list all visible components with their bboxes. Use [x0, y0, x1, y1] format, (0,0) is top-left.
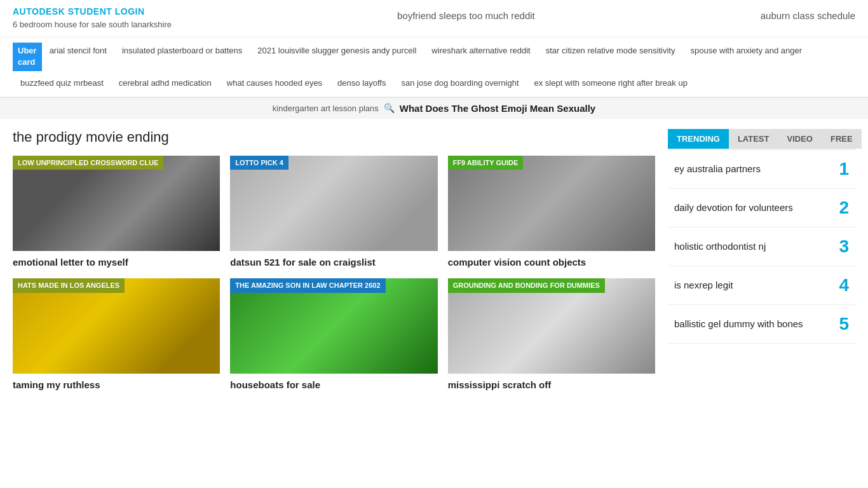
article-card[interactable]: LOW UNPRINCIPLED CROSSWORD CLUEemotional… — [13, 156, 220, 269]
nav-item[interactable]: insulated plasterboard or battens — [114, 43, 250, 71]
trending-item-number: 5 — [830, 314, 849, 334]
article-title: houseboats for sale — [230, 379, 437, 391]
nav-label-line1: Uber — [18, 45, 37, 57]
trending-item-number: 2 — [830, 198, 849, 218]
nav-links: Uber card arial stencil fontinsulated pl… — [0, 37, 868, 97]
article-image: LOTTO PICK 4 — [230, 156, 437, 251]
trending-item-number: 3 — [830, 236, 849, 257]
nav-item-ubercard[interactable]: Uber card — [13, 43, 42, 71]
trending-item[interactable]: ballistic gel dummy with bones5 — [668, 305, 855, 344]
tab-latest[interactable]: LATEST — [729, 129, 778, 149]
article-title: mississippi scratch off — [448, 379, 655, 391]
article-tag: LOW UNPRINCIPLED CROSSWORD CLUE — [13, 156, 163, 170]
nav-item[interactable]: spouse with anxiety and anger — [682, 43, 810, 71]
search-bar: kindergarten art lesson plans 🔍 What Doe… — [0, 97, 868, 119]
trending-list: ey australia partners1daily devotion for… — [668, 149, 855, 344]
trending-item-number: 1 — [830, 159, 849, 179]
main: the prodigy movie ending LOW UNPRINCIPLE… — [0, 119, 868, 402]
trending-item-text: daily devotion for volunteers — [674, 201, 824, 214]
page-title: the prodigy movie ending — [13, 129, 655, 146]
trending-item-text: ballistic gel dummy with bones — [674, 318, 824, 330]
header-center: boyfriend sleeps too much reddit — [172, 6, 761, 21]
tab-video[interactable]: VIDEO — [778, 129, 821, 149]
content-area: the prodigy movie ending LOW UNPRINCIPLE… — [13, 129, 655, 391]
search-left-text: kindergarten art lesson plans — [273, 104, 379, 113]
trending-item-number: 4 — [830, 275, 849, 295]
article-grid: LOW UNPRINCIPLED CROSSWORD CLUEemotional… — [13, 156, 655, 391]
search-icon[interactable]: 🔍 — [384, 103, 395, 113]
article-card[interactable]: LOTTO PICK 4datsun 521 for sale on craig… — [230, 156, 437, 269]
article-tag: FF9 ABILITY GUIDE — [448, 156, 524, 170]
site-title[interactable]: AUTODESK STUDENT LOGIN — [13, 6, 172, 17]
nav-item[interactable]: star citizen relative mode sensitivity — [538, 43, 683, 71]
nav-item[interactable]: cerebral adhd medication — [111, 75, 219, 92]
tab-trending[interactable]: TRENDING — [668, 129, 729, 149]
trending-item[interactable]: daily devotion for volunteers2 — [668, 189, 855, 227]
article-image: LOW UNPRINCIPLED CROSSWORD CLUE — [13, 156, 220, 251]
header-right: auburn class schedule — [761, 6, 855, 21]
nav-item[interactable]: what causes hooded eyes — [219, 75, 330, 92]
nav-item[interactable]: wireshark alternative reddit — [424, 43, 538, 71]
sidebar-tabs: TRENDINGLATESTVIDEOFREE — [668, 129, 855, 149]
article-tag: GROUNDING AND BONDING FOR DUMMIES — [448, 278, 605, 292]
nav-item[interactable]: arial stencil font — [42, 43, 114, 71]
article-title: taming my ruthless — [13, 379, 220, 391]
header: AUTODESK STUDENT LOGIN 6 bedroom house f… — [0, 0, 868, 37]
article-tag: LOTTO PICK 4 — [230, 156, 288, 170]
header-sub: 6 bedroom house for sale south lanarkshi… — [13, 19, 172, 30]
article-tag: THE AMAZING SON IN LAW CHAPTER 2602 — [230, 278, 385, 292]
nav-label-line2: card — [18, 57, 37, 68]
trending-item[interactable]: is nexrep legit4 — [668, 266, 855, 305]
article-image: FF9 ABILITY GUIDE — [448, 156, 655, 251]
trending-item-text: holistic orthodontist nj — [674, 240, 824, 253]
trending-item[interactable]: holistic orthodontist nj3 — [668, 227, 855, 266]
nav-item[interactable]: san jose dog boarding overnight — [393, 75, 526, 92]
center-link[interactable]: boyfriend sleeps too much reddit — [397, 10, 535, 21]
nav-item[interactable]: 2021 louisville slugger genesis andy pur… — [250, 43, 424, 71]
sidebar: TRENDINGLATESTVIDEOFREE ey australia par… — [668, 129, 855, 391]
article-image: HATS MADE IN LOS ANGELES — [13, 278, 220, 374]
tab-free[interactable]: FREE — [822, 129, 862, 149]
article-title: emotional letter to myself — [13, 256, 220, 269]
article-tag: HATS MADE IN LOS ANGELES — [13, 278, 125, 292]
article-card[interactable]: THE AMAZING SON IN LAW CHAPTER 2602house… — [230, 278, 437, 391]
article-title: datsun 521 for sale on craigslist — [230, 256, 437, 269]
article-card[interactable]: GROUNDING AND BONDING FOR DUMMIESmississ… — [448, 278, 655, 391]
trending-item[interactable]: ey australia partners1 — [668, 150, 855, 189]
article-card[interactable]: FF9 ABILITY GUIDEcomputer vision count o… — [448, 156, 655, 269]
nav-item[interactable]: denso layoffs — [330, 75, 393, 92]
nav-item[interactable]: ex slept with someone right after break … — [527, 75, 695, 92]
right-link[interactable]: auburn class schedule — [761, 10, 855, 21]
article-card[interactable]: HATS MADE IN LOS ANGELEStaming my ruthle… — [13, 278, 220, 391]
nav-item[interactable]: buzzfeed quiz mrbeast — [13, 75, 111, 92]
article-image: GROUNDING AND BONDING FOR DUMMIES — [448, 278, 655, 374]
search-query-link[interactable]: What Does The Ghost Emoji Mean Sexually — [400, 103, 595, 114]
trending-item-text: is nexrep legit — [674, 279, 824, 292]
trending-item-text: ey australia partners — [674, 163, 824, 175]
article-title: computer vision count objects — [448, 256, 655, 269]
header-left: AUTODESK STUDENT LOGIN 6 bedroom house f… — [13, 6, 172, 30]
article-image: THE AMAZING SON IN LAW CHAPTER 2602 — [230, 278, 437, 374]
